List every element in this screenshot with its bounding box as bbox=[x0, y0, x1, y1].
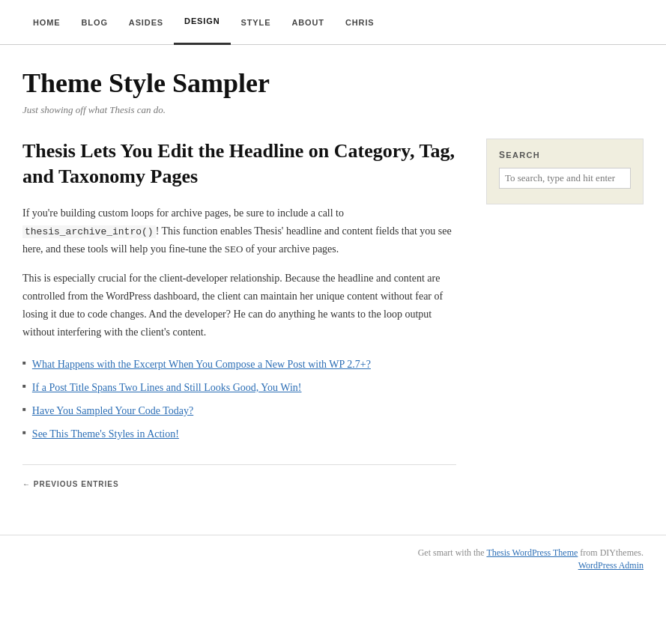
link-sampled-code[interactable]: Have You Sampled Your Code Today? bbox=[32, 403, 193, 419]
code-snippet: thesis_archive_intro() bbox=[22, 225, 156, 238]
search-input[interactable] bbox=[499, 168, 631, 189]
wordpress-admin-link[interactable]: WordPress Admin bbox=[578, 560, 644, 571]
link-styles-action[interactable]: See This Theme's Styles in Action! bbox=[32, 426, 179, 442]
thesis-theme-link[interactable]: Thesis WordPress Theme bbox=[486, 547, 578, 558]
nav-about[interactable]: ABOUT bbox=[281, 0, 335, 45]
footer-text: Get smart with the Thesis WordPress Them… bbox=[418, 547, 644, 558]
list-item: If a Post Title Spans Two Lines and Stil… bbox=[22, 380, 456, 395]
main-nav: HOME BLOG ASIDES DESIGN STYLE ABOUT CHRI… bbox=[0, 0, 666, 45]
sidebar-search-heading: Search bbox=[499, 150, 631, 160]
list-item: Have You Sampled Your Code Today? bbox=[22, 403, 456, 419]
article-body: If you're building custom loops for arch… bbox=[22, 204, 456, 341]
link-post-title[interactable]: If a Post Title Spans Two Lines and Stil… bbox=[32, 380, 302, 395]
article-title: Thesis Lets You Edit the Headline on Cat… bbox=[22, 139, 456, 189]
article-links-list: What Happens with the Excerpt When You C… bbox=[22, 356, 456, 442]
nav-home[interactable]: HOME bbox=[22, 0, 71, 45]
link-excerpt[interactable]: What Happens with the Excerpt When You C… bbox=[32, 356, 371, 372]
footer-line2: WordPress Admin bbox=[22, 560, 644, 571]
sidebar-search-widget: Search bbox=[486, 139, 644, 204]
article-paragraph-1: If you're building custom loops for arch… bbox=[22, 204, 456, 258]
footer: Get smart with the Thesis WordPress Them… bbox=[0, 535, 666, 583]
sidebar: Search bbox=[486, 139, 644, 204]
article-paragraph-2: This is especially crucial for the clien… bbox=[22, 270, 456, 341]
list-item: What Happens with the Excerpt When You C… bbox=[22, 356, 456, 372]
page-wrapper: Theme Style Sampler Just showing off wha… bbox=[0, 45, 666, 505]
list-item: See This Theme's Styles in Action! bbox=[22, 426, 456, 442]
page-title: Theme Style Sampler bbox=[22, 67, 644, 100]
seo-text: SEO bbox=[225, 243, 243, 255]
pagination-bar: ← PREVIOUS ENTRIES bbox=[22, 464, 456, 490]
main-content-area: Thesis Lets You Edit the Headline on Cat… bbox=[22, 139, 456, 489]
nav-style[interactable]: STYLE bbox=[231, 0, 282, 45]
prev-entries-link[interactable]: ← PREVIOUS ENTRIES bbox=[22, 480, 119, 488]
nav-chris[interactable]: CHRIS bbox=[335, 0, 385, 45]
page-subtitle: Just showing off what Thesis can do. bbox=[22, 104, 644, 116]
nav-blog[interactable]: BLOG bbox=[71, 0, 118, 45]
nav-asides[interactable]: ASIDES bbox=[118, 0, 174, 45]
content-layout: Thesis Lets You Edit the Headline on Cat… bbox=[22, 139, 644, 489]
nav-design[interactable]: DESIGN bbox=[174, 0, 230, 45]
